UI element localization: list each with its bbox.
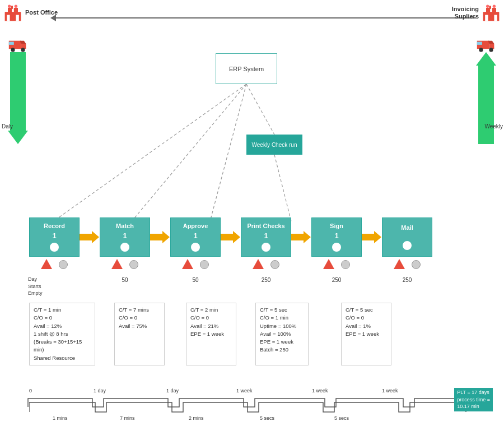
info-record-line2: C/O = 0 bbox=[34, 314, 91, 322]
timeline-seg-1: 1 day bbox=[94, 388, 106, 393]
record-icon bbox=[50, 243, 59, 252]
info-record-line1: C/T = 1 min bbox=[34, 306, 91, 314]
sign-triangle bbox=[323, 259, 334, 269]
print-checks-triangle bbox=[253, 259, 264, 269]
timeline-top-labels: 0 1 day 1 day 1 week 1 week 1 week PLT =… bbox=[29, 388, 493, 398]
mail-label: Mail bbox=[401, 224, 413, 231]
svg-point-13 bbox=[8, 5, 11, 8]
sign-circle bbox=[341, 260, 350, 269]
record-label: Record bbox=[44, 223, 65, 229]
info-print-line2: C/O = 1 min bbox=[260, 314, 304, 322]
info-box-record: C/T = 1 min C/O = 0 Avail = 12% 1 shift … bbox=[29, 303, 95, 365]
svg-marker-25 bbox=[20, 41, 26, 44]
svg-marker-37 bbox=[221, 231, 240, 243]
process-step-approve: Approve 1 50 bbox=[170, 217, 221, 283]
svg-line-2 bbox=[53, 84, 246, 221]
process-box-approve: Approve 1 bbox=[170, 217, 221, 257]
info-print-line1: C/T = 5 sec bbox=[260, 306, 304, 314]
info-record-line3: Avail = 12% bbox=[34, 322, 91, 330]
approve-number: 1 bbox=[193, 231, 197, 240]
info-match-line1: C/T = 7 mins bbox=[119, 306, 160, 314]
process-step-mail: Mail 250 bbox=[382, 217, 432, 283]
svg-rect-9 bbox=[14, 8, 18, 13]
day-starts-empty-label: DayStartsEmpty bbox=[28, 276, 43, 297]
post-office-label: Post Office bbox=[25, 9, 58, 16]
yellow-arrow-2 bbox=[150, 230, 170, 244]
info-box-print-checks: C/T = 5 sec C/O = 1 min Uptime = 100% Av… bbox=[255, 303, 309, 365]
yellow-arrow-5 bbox=[362, 230, 382, 244]
arrow-5 bbox=[362, 217, 382, 257]
process-steps-row: Record 1 Match 1 bbox=[29, 217, 432, 283]
timeline-section: 0 1 day 1 day 1 week 1 week 1 week PLT =… bbox=[29, 388, 493, 423]
svg-marker-39 bbox=[362, 231, 381, 243]
svg-rect-20 bbox=[494, 15, 497, 21]
sign-number: 1 bbox=[334, 231, 338, 240]
process-box-print-checks: Print Checks 1 bbox=[241, 217, 291, 257]
time-5: 5 secs bbox=[334, 415, 349, 421]
timeline-svg bbox=[29, 398, 488, 418]
sign-label: Sign bbox=[330, 223, 343, 229]
approve-icon bbox=[191, 243, 200, 252]
process-box-record: Record 1 bbox=[29, 217, 80, 257]
print-checks-number: 1 bbox=[264, 231, 268, 240]
info-approve-line1: C/T = 2 min bbox=[190, 306, 232, 314]
svg-point-32 bbox=[479, 48, 483, 52]
approve-count: 50 bbox=[192, 277, 198, 283]
svg-marker-36 bbox=[150, 231, 170, 243]
mail-bottom bbox=[394, 259, 421, 269]
record-triangle bbox=[41, 259, 52, 269]
approve-circle bbox=[200, 260, 209, 269]
print-checks-label: Print Checks bbox=[247, 223, 284, 229]
svg-rect-28 bbox=[9, 42, 14, 45]
approve-bottom bbox=[182, 259, 209, 269]
info-box-approve: C/T = 2 min C/O = 0 Avail = 21% EPE = 1 … bbox=[186, 303, 236, 365]
svg-point-14 bbox=[15, 5, 17, 8]
post-office-entity: Post Office bbox=[3, 3, 58, 23]
info-print-line5: EPE = 1 week bbox=[260, 338, 304, 346]
erp-label: ERP System bbox=[229, 66, 264, 72]
weekly-label: Weekly bbox=[484, 123, 503, 129]
print-checks-circle bbox=[270, 260, 279, 269]
weekly-arrow-tip bbox=[476, 52, 496, 66]
svg-rect-18 bbox=[489, 6, 491, 8]
weekly-check-box: Weekly Check run bbox=[246, 135, 302, 155]
process-step-match: Match 1 50 bbox=[100, 217, 150, 283]
svg-point-27 bbox=[21, 48, 25, 52]
process-step-sign: Sign 1 250 bbox=[311, 217, 362, 283]
match-count: 50 bbox=[122, 277, 128, 283]
record-circle bbox=[59, 260, 68, 269]
sign-count: 250 bbox=[332, 277, 342, 283]
process-box-mail: Mail bbox=[382, 217, 432, 257]
daily-label: Daly bbox=[2, 123, 13, 129]
print-checks-icon bbox=[262, 243, 270, 252]
erp-system-box: ERP System bbox=[216, 53, 277, 84]
svg-point-33 bbox=[489, 48, 493, 52]
match-icon bbox=[120, 243, 129, 252]
info-record-line6: Shared Resource bbox=[34, 354, 91, 362]
info-box-match: C/T = 7 mins C/O = 0 Avail = 75% bbox=[114, 303, 165, 365]
timeline-seg-2: 1 day bbox=[166, 388, 179, 393]
info-sign-line2: C/O = 0 bbox=[346, 314, 387, 322]
plt-box: PLT = 17 daysprocess time =10.17 min bbox=[454, 388, 493, 411]
factory-left-icon bbox=[3, 3, 23, 23]
svg-line-3 bbox=[132, 84, 246, 221]
approve-label: Approve bbox=[183, 223, 208, 229]
weekly-arrow-body bbox=[478, 66, 494, 144]
info-print-line6: Batch = 250 bbox=[260, 346, 304, 354]
print-checks-bottom bbox=[253, 259, 279, 269]
arrow-4 bbox=[291, 217, 311, 257]
truck-right-icon bbox=[476, 36, 496, 52]
svg-rect-34 bbox=[477, 42, 482, 45]
svg-marker-35 bbox=[80, 231, 99, 243]
svg-marker-38 bbox=[291, 231, 311, 243]
daily-arrow-body bbox=[10, 52, 26, 131]
svg-rect-17 bbox=[492, 8, 496, 13]
svg-line-5 bbox=[246, 84, 274, 135]
truck-left-icon bbox=[8, 36, 28, 52]
yellow-arrow-3 bbox=[221, 230, 241, 244]
info-box-sign-empty bbox=[311, 303, 339, 365]
yellow-arrow-4 bbox=[291, 230, 311, 244]
time-3: 2 mins bbox=[189, 415, 204, 421]
process-box-sign: Sign 1 bbox=[311, 217, 362, 257]
info-sign-line4: EPE = 1 week bbox=[346, 330, 387, 338]
